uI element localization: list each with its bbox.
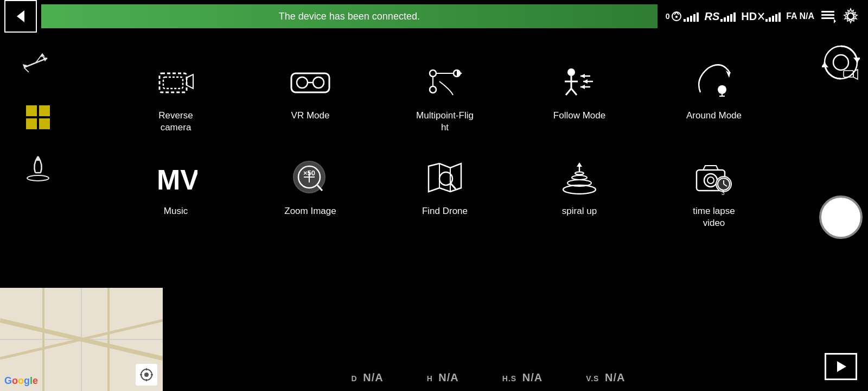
multipoint-svg	[423, 62, 467, 100]
svg-text:MV: MV	[157, 164, 197, 195]
svg-point-18	[27, 175, 49, 181]
back-icon	[12, 8, 29, 24]
settings-icon	[841, 7, 860, 26]
around-mode-item[interactable]: Around Mode	[647, 49, 781, 144]
vr-icon-wrap	[289, 60, 332, 103]
reverse-camera-svg	[154, 62, 197, 100]
timelapse-item[interactable]: 3 time lapsevideo	[647, 144, 781, 240]
rs-bars	[720, 11, 736, 22]
svg-marker-42	[583, 79, 588, 84]
shutter-button[interactable]	[819, 195, 863, 239]
status-indicators: 0 RS	[658, 0, 868, 33]
svg-point-76	[833, 55, 848, 70]
svg-marker-40	[580, 74, 585, 78]
back-button[interactable]	[4, 0, 37, 33]
svg-marker-80	[853, 70, 858, 79]
svg-marker-23	[187, 74, 193, 89]
spiral-up-item[interactable]: spiral up	[512, 144, 647, 240]
svg-marker-66	[577, 162, 582, 167]
around-icon-wrap	[692, 60, 736, 103]
music-item[interactable]: MV Music	[108, 144, 243, 240]
vr-svg	[289, 65, 332, 98]
locate-icon	[139, 367, 154, 382]
hs-stat: H.S N/A	[502, 371, 542, 384]
timelapse-svg: 3	[692, 158, 736, 196]
svg-line-37	[566, 89, 571, 95]
svg-point-68	[704, 174, 717, 187]
follow-mode-item[interactable]: Follow Mode	[512, 49, 647, 144]
svg-marker-77	[853, 58, 860, 62]
spiral-icon-wrap	[558, 155, 601, 199]
svg-point-69	[707, 177, 714, 184]
log-icon	[820, 8, 836, 24]
around-svg	[692, 62, 736, 100]
rs-indicator: RS	[704, 10, 736, 23]
hd-bars	[765, 11, 781, 22]
timelapse-label: time lapsevideo	[693, 205, 735, 229]
settings-button[interactable]	[841, 7, 860, 26]
hd-indicator: HD	[741, 10, 781, 23]
reverse-camera-icon-wrap	[154, 60, 197, 103]
svg-text:3: 3	[722, 190, 725, 196]
zoom-svg: ×50	[289, 158, 332, 196]
top-bar: The device has been connected. 0 RS	[0, 0, 868, 33]
svg-line-38	[571, 89, 577, 95]
svg-point-25	[297, 77, 308, 88]
svg-point-11	[847, 13, 854, 20]
svg-point-4	[675, 16, 678, 18]
svg-line-14	[24, 67, 29, 72]
svg-marker-10	[834, 19, 836, 23]
find-drone-icon-wrap	[423, 155, 467, 199]
landing-icon[interactable]	[22, 151, 54, 186]
svg-marker-0	[17, 10, 24, 22]
find-drone-item[interactable]: Find Drone	[378, 144, 512, 240]
vr-mode-label: VR Mode	[291, 110, 330, 122]
rc-label: 0	[666, 12, 670, 21]
bottom-status-bar: D N/A H N/A H.S N/A V.S N/A	[163, 364, 814, 391]
h-label: H	[427, 374, 433, 383]
fa-label: FA N/A	[786, 11, 814, 21]
d-label: D	[352, 374, 358, 383]
multipoint-flight-item[interactable]: Multipoint-Flight	[378, 49, 512, 144]
rc-icon	[671, 10, 682, 22]
feature-grid: Reversecamera VR Mode	[76, 33, 814, 256]
locate-button[interactable]	[136, 364, 157, 386]
gallery-button[interactable]	[825, 353, 857, 380]
music-label: Music	[164, 205, 188, 217]
svg-line-60	[451, 184, 456, 189]
reverse-camera-label: Reversecamera	[158, 110, 193, 134]
reverse-camera-item[interactable]: Reversecamera	[108, 49, 243, 144]
hd-label: HD	[741, 10, 757, 23]
log-button[interactable]	[820, 8, 836, 24]
connection-status: The device has been connected.	[41, 4, 658, 28]
hd-x-icon	[758, 12, 764, 20]
vs-stat: V.S N/A	[586, 371, 625, 384]
google-logo: Google	[4, 375, 38, 387]
svg-marker-78	[822, 62, 828, 67]
spiral-svg	[558, 158, 601, 196]
svg-marker-81	[837, 361, 846, 372]
vr-mode-item[interactable]: VR Mode	[243, 49, 378, 144]
rc-bars	[684, 11, 699, 22]
zoom-image-item[interactable]: ×50 Zoom Image	[243, 144, 378, 240]
svg-point-29	[430, 70, 436, 77]
apps-icon[interactable]	[26, 105, 50, 129]
find-drone-label: Find Drone	[422, 205, 468, 217]
play-icon	[833, 358, 849, 375]
multipoint-icon-wrap	[423, 60, 467, 103]
camera-switch-button[interactable]	[822, 43, 860, 81]
timelapse-icon-wrap: 3	[692, 155, 736, 199]
landing-svg	[22, 151, 54, 184]
h-value: N/A	[438, 371, 458, 383]
music-svg: MV	[154, 158, 197, 196]
zoom-image-label: Zoom Image	[284, 205, 336, 217]
main-content: Reversecamera VR Mode	[76, 33, 814, 391]
follow-mode-label: Follow Mode	[553, 110, 605, 122]
svg-point-28	[430, 86, 436, 93]
music-icon-wrap: MV	[154, 155, 197, 199]
d-value: N/A	[363, 371, 383, 383]
rc-indicator: 0	[666, 10, 699, 22]
svg-point-64	[575, 172, 584, 175]
flight-icon[interactable]	[22, 49, 54, 84]
camera-switch-svg	[822, 43, 860, 81]
